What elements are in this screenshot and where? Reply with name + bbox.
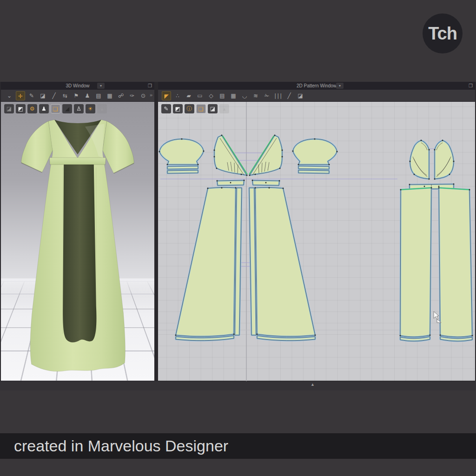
- select-mesh-icon[interactable]: ◪: [38, 91, 47, 100]
- edit-pattern-icon[interactable]: ∴: [173, 91, 182, 100]
- pattern-waistband-front-right[interactable]: [252, 180, 280, 185]
- title-dropdown-2d-icon[interactable]: ▾: [336, 83, 344, 89]
- rectangle-icon[interactable]: ▭: [195, 91, 205, 100]
- pattern-sleeve-right[interactable]: [292, 139, 338, 174]
- simulate-icon[interactable]: ⌄: [5, 91, 14, 100]
- pleats-icon[interactable]: ∣∣∣: [273, 91, 283, 100]
- pattern-skirt-front-right[interactable]: [249, 187, 316, 341]
- garment-small-icon[interactable]: ◪: [208, 104, 218, 113]
- pattern-bodice-front-left[interactable]: [214, 135, 248, 176]
- screenshot-stage: Tch 3D Window ▾ ❐ » ⌄✛✎◪╱⇆⚑♟▤▦☍✑⊙: [0, 0, 476, 476]
- garment-texture-icon[interactable]: ◩: [16, 104, 26, 113]
- pattern-bodice-front-right[interactable]: [249, 135, 283, 176]
- view-toolbar-3d: ◪◩⚙♟❏◢♙☀▴: [4, 104, 109, 113]
- gizmo-icon[interactable]: ⊙: [139, 91, 148, 100]
- toolbar-3d: » ⌄✛✎◪╱⇆⚑♟▤▦☍✑⊙: [1, 90, 154, 102]
- pattern-bodice-back-left[interactable]: [410, 140, 430, 180]
- segment-sewing-icon[interactable]: ▦: [105, 91, 114, 100]
- bottom-collapse-bar[interactable]: ▲: [0, 381, 476, 390]
- viewport-2d[interactable]: ✎◩ⓘ❏◪▴: [158, 102, 475, 381]
- dress-3d-render[interactable]: [1, 102, 154, 381]
- history-2d-icon: ▴: [219, 104, 229, 113]
- float-window-2d-icon[interactable]: ❐: [469, 82, 473, 89]
- garment-2d-icon[interactable]: ◪: [296, 91, 305, 100]
- polygon-icon[interactable]: ▰: [184, 91, 193, 100]
- collapse-arrow-icon[interactable]: ▲: [311, 382, 315, 387]
- pattern-canvas[interactable]: [158, 102, 475, 381]
- show-avatar-icon[interactable]: ♟: [39, 104, 49, 113]
- tack-icon[interactable]: ✑: [127, 91, 137, 100]
- select-brush-icon[interactable]: ✎: [27, 91, 36, 100]
- title-3d: 3D Window: [66, 83, 89, 88]
- garment-white-icon[interactable]: ◩: [173, 104, 183, 113]
- tch-logo: Tch: [423, 13, 463, 53]
- steam-icon[interactable]: ≋: [251, 91, 260, 100]
- pattern-waistband-front-left[interactable]: [217, 180, 245, 185]
- caption-bar: created in Marvelous Designer: [0, 433, 476, 459]
- seam-allowance-icon[interactable]: ▦: [229, 91, 238, 100]
- sewing-2d-icon[interactable]: ▤: [218, 91, 227, 100]
- avatar-icon[interactable]: ♟: [83, 91, 92, 100]
- flatten-icon[interactable]: ⚑: [72, 91, 81, 100]
- history-icon: ▴: [97, 104, 107, 113]
- dress-center-panel-dark: [63, 165, 96, 342]
- toolbar-2d: ◤∴▰▭◇▤▦◡≋✁∣∣∣╱◪: [158, 90, 475, 102]
- pattern-skirt-front-left[interactable]: [175, 187, 242, 341]
- info-icon[interactable]: ⓘ: [185, 104, 194, 113]
- tch-logo-text: Tch: [428, 24, 457, 44]
- trace-icon[interactable]: ╱: [284, 91, 294, 100]
- light-toggle-icon[interactable]: ☀: [86, 104, 95, 113]
- pattern-skirt-back-right[interactable]: [438, 187, 473, 341]
- titlebar-2d[interactable]: 2D Pattern Window ▾ ❐: [158, 82, 475, 90]
- pattern-sleeve-left[interactable]: [159, 139, 205, 174]
- title-2d: 2D Pattern Window: [297, 83, 337, 88]
- avatar-display-icon[interactable]: ♙: [74, 104, 84, 113]
- dart-icon[interactable]: ◇: [206, 91, 216, 100]
- select-move-icon[interactable]: ✛: [16, 91, 25, 100]
- simulation-quality-icon[interactable]: ⚙: [27, 104, 37, 113]
- garment-thickness-icon[interactable]: ◪: [4, 104, 14, 113]
- titlebar-3d[interactable]: 3D Window ▾ ❐: [1, 82, 154, 90]
- pattern-skirt-back-left[interactable]: [400, 187, 432, 341]
- viewport-3d[interactable]: ◪◩⚙♟❏◢♙☀▴: [1, 102, 154, 381]
- sewing-machine-icon[interactable]: ▤: [94, 91, 103, 100]
- title-dropdown-3d-icon[interactable]: ▾: [97, 83, 105, 89]
- stylus-icon[interactable]: ✎: [161, 104, 171, 113]
- render-style-2d-icon[interactable]: ❏: [196, 104, 206, 113]
- view-toolbar-2d: ✎◩ⓘ❏◪▴: [161, 104, 231, 113]
- caption-text: created in Marvelous Designer: [14, 437, 228, 455]
- tape-icon[interactable]: ✁: [262, 91, 271, 100]
- float-window-3d-icon[interactable]: ❐: [148, 82, 152, 89]
- toolbar-overflow-3d-icon[interactable]: »: [150, 92, 152, 98]
- dress-waistband: [49, 158, 106, 165]
- panel-2d-pattern-window: 2D Pattern Window ▾ ❐ ◤∴▰▭◇▤▦◡≋✁∣∣∣╱◪: [158, 82, 475, 381]
- transform-pattern-icon[interactable]: ◤: [162, 91, 171, 100]
- pattern-bodice-back-right[interactable]: [434, 140, 455, 180]
- panel-3d-window: 3D Window ▾ ❐ » ⌄✛✎◪╱⇆⚑♟▤▦☍✑⊙: [1, 82, 154, 381]
- pen-3d-icon[interactable]: ╱: [49, 91, 59, 100]
- render-style-icon[interactable]: ❏: [51, 104, 60, 113]
- marvelous-designer-window: 3D Window ▾ ❐ » ⌄✛✎◪╱⇆⚑♟▤▦☍✑⊙: [0, 82, 476, 390]
- symmetric-edit-icon[interactable]: ⇆: [60, 91, 70, 100]
- wedge-view-icon[interactable]: ◢: [62, 104, 72, 113]
- pin-icon[interactable]: ☍: [116, 91, 126, 100]
- iron-icon[interactable]: ◡: [240, 91, 249, 100]
